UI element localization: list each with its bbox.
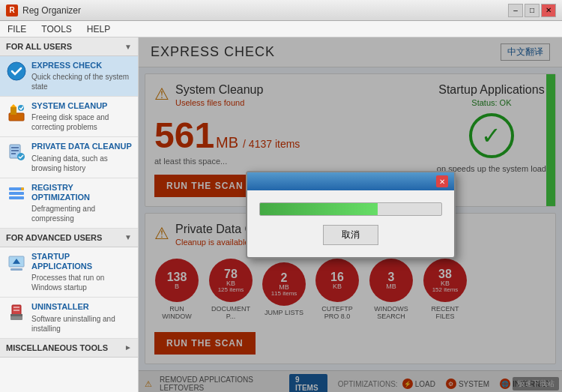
app-icon: R	[6, 4, 18, 16]
chevron-down-icon: ▼	[124, 43, 132, 51]
sidebar: FOR ALL USERS ▼ EXPRESS CHECK Quick chec…	[0, 37, 139, 392]
svg-point-12	[21, 187, 24, 190]
sidebar-section-all-users[interactable]: FOR ALL USERS ▼	[0, 37, 138, 56]
svg-rect-6	[11, 150, 19, 151]
modal-close-button[interactable]: ✕	[436, 175, 448, 187]
menu-tools[interactable]: TOOLS	[38, 22, 74, 36]
minimize-button[interactable]: –	[508, 4, 523, 17]
svg-point-0	[7, 62, 25, 80]
sidebar-item-private-data-cleanup[interactable]: PRIVATE DATA CLEANUP Cleaning data, such…	[0, 137, 138, 178]
progress-modal: ✕ 取消	[246, 171, 456, 259]
app-title: Reg Organizer	[22, 5, 81, 16]
menu-bar: FILE TOOLS HELP	[0, 21, 562, 37]
maximize-button[interactable]: □	[525, 4, 540, 17]
sidebar-item-uninstaller[interactable]: UNINSTALLER Software uninstalling and in…	[0, 298, 138, 338]
modal-cancel-button[interactable]: 取消	[323, 225, 378, 245]
title-bar-controls: – □ ✕	[508, 4, 556, 17]
chevron-right-icon: ►	[124, 343, 132, 352]
main-layout: FOR ALL USERS ▼ EXPRESS CHECK Quick chec…	[0, 37, 562, 392]
modal-body: 取消	[247, 190, 454, 257]
chevron-down-icon-2: ▼	[124, 233, 132, 241]
sidebar-item-startup-applications[interactable]: STARTUP APPLICATIONS Processes that run …	[0, 247, 138, 298]
menu-help[interactable]: HELP	[84, 22, 113, 36]
svg-rect-14	[10, 268, 22, 271]
svg-rect-19	[13, 310, 19, 311]
progress-bar-fill	[260, 203, 378, 215]
sidebar-item-registry-optimization[interactable]: REGISTRY OPTIMIZATION Defragmenting and …	[0, 178, 138, 229]
title-bar: R Reg Organizer – □ ✕	[0, 0, 562, 21]
startup-icon	[6, 252, 27, 273]
svg-rect-7	[11, 153, 16, 154]
modal-overlay: ✕ 取消	[139, 37, 562, 392]
svg-rect-5	[11, 147, 19, 148]
svg-rect-11	[9, 196, 24, 199]
modal-title-bar: ✕	[247, 172, 454, 190]
sidebar-section-advanced-users[interactable]: FOR ADVANCED USERS ▼	[0, 229, 138, 247]
content-area: EXPRESS CHECK 中文翻译 ⚠ System Cleanup Usel…	[139, 37, 562, 392]
system-cleanup-icon	[6, 101, 27, 122]
registry-icon	[6, 183, 27, 204]
uninstaller-icon	[6, 302, 27, 323]
sidebar-item-express-check[interactable]: EXPRESS CHECK Quick checking of the syst…	[0, 56, 138, 97]
sidebar-item-system-cleanup[interactable]: SYSTEM CLEANUP Freeing disk space and co…	[0, 97, 138, 137]
svg-rect-20	[10, 314, 22, 316]
express-check-icon	[6, 61, 27, 82]
sidebar-section-misc[interactable]: MISCELLANEOUS TOOLS ►	[0, 339, 138, 358]
progress-bar-container	[259, 202, 442, 216]
svg-rect-10	[9, 192, 24, 195]
svg-rect-2	[10, 107, 16, 115]
close-button[interactable]: ✕	[541, 4, 556, 17]
menu-file[interactable]: FILE	[4, 22, 29, 36]
svg-rect-18	[13, 307, 19, 308]
private-data-icon	[6, 142, 27, 163]
